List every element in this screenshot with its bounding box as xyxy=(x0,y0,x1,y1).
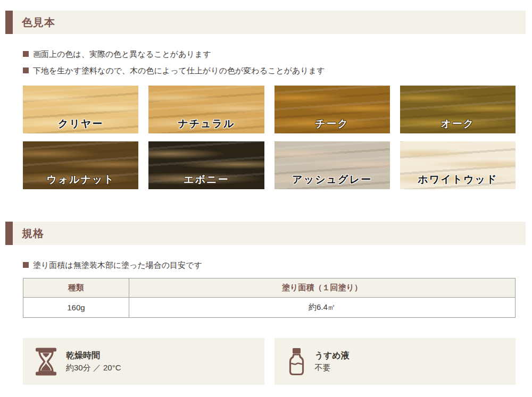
table-row: 160g 約6.4㎡ xyxy=(23,298,516,318)
swatch-label: ホワイトウッド xyxy=(400,173,516,187)
specs-table: 種類 塗り面積（１回塗り） 160g 約6.4㎡ xyxy=(23,278,516,318)
info-box-row: 乾燥時間 約30分 ／ 20°C うすめ液 不要 xyxy=(23,338,516,385)
section-accent-bar xyxy=(5,222,13,245)
color-swatch: アッシュグレー xyxy=(275,141,390,189)
note-text: 画面上の色は、実際の色と異なることがあります xyxy=(33,46,211,62)
specs-notes-list: 塗り面積は無塗装木部に塗った場合の目安です xyxy=(23,257,516,273)
color-swatch-grid: クリヤー ナチュラル チーク オーク ウォルナット エボニー ア xyxy=(23,86,516,189)
color-swatch: ホワイトウッド xyxy=(400,141,516,189)
drying-time-text: 乾燥時間 約30分 ／ 20°C xyxy=(66,350,121,373)
drying-time-box: 乾燥時間 約30分 ／ 20°C xyxy=(23,338,264,385)
section-title-specs: 規格 xyxy=(13,222,526,245)
info-box-title: うすめ液 xyxy=(315,350,350,361)
note-text: 塗り面積は無塗装木部に塗った場合の目安です xyxy=(33,257,202,273)
swatch-label: アッシュグレー xyxy=(275,173,390,187)
specs-section: 規格 塗り面積は無塗装木部に塗った場合の目安です 種類 塗り面積（１回塗り） xyxy=(0,222,532,385)
product-detail-page: 色見本 画面上の色は、実際の色と異なることがあります 下地を生かす塗料なので、木… xyxy=(0,0,532,385)
color-swatch: ナチュラル xyxy=(148,86,264,133)
info-box-value: 不要 xyxy=(315,363,350,373)
note-item: 画面上の色は、実際の色と異なることがあります xyxy=(23,46,516,62)
table-cell-type: 160g xyxy=(23,298,129,318)
swatch-label: オーク xyxy=(400,117,516,131)
note-item: 下地を生かす塗料なので、木の色によって仕上がりの色が変わることがあります xyxy=(23,62,516,79)
bottle-icon xyxy=(287,348,306,376)
color-samples-section: 色見本 画面上の色は、実際の色と異なることがあります 下地を生かす塗料なので、木… xyxy=(0,11,532,189)
section-header-color-samples: 色見本 xyxy=(5,11,526,34)
swatch-label: クリヤー xyxy=(23,117,138,131)
info-box-title: 乾燥時間 xyxy=(66,350,121,361)
swatch-label: エボニー xyxy=(148,173,264,187)
table-cell-coverage: 約6.4㎡ xyxy=(129,298,515,318)
thinner-box: うすめ液 不要 xyxy=(275,338,516,385)
specs-body: 塗り面積は無塗装木部に塗った場合の目安です 種類 塗り面積（１回塗り） 160g… xyxy=(23,257,516,385)
color-samples-body: 画面上の色は、実際の色と異なることがあります 下地を生かす塗料なので、木の色によ… xyxy=(23,46,516,189)
info-box-value: 約30分 ／ 20°C xyxy=(66,363,121,373)
note-text: 下地を生かす塗料なので、木の色によって仕上がりの色が変わることがあります xyxy=(33,62,325,79)
table-header-row: 種類 塗り面積（１回塗り） xyxy=(23,278,516,298)
table-header-coverage: 塗り面積（１回塗り） xyxy=(129,278,515,298)
color-swatch: クリヤー xyxy=(23,86,138,133)
thinner-text: うすめ液 不要 xyxy=(315,350,350,373)
section-accent-bar xyxy=(5,11,13,34)
color-swatch: ウォルナット xyxy=(23,141,138,189)
bullet-square-icon xyxy=(23,51,29,57)
bullet-square-icon xyxy=(23,67,29,73)
section-title-color-samples: 色見本 xyxy=(13,11,526,34)
color-swatch: チーク xyxy=(275,86,390,133)
color-swatch: エボニー xyxy=(148,141,264,189)
swatch-label: チーク xyxy=(275,117,390,131)
color-swatch: オーク xyxy=(400,86,516,133)
note-item: 塗り面積は無塗装木部に塗った場合の目安です xyxy=(23,257,516,273)
swatch-label: ナチュラル xyxy=(148,117,264,131)
color-notes-list: 画面上の色は、実際の色と異なることがあります 下地を生かす塗料なので、木の色によ… xyxy=(23,46,516,79)
table-header-type: 種類 xyxy=(23,278,129,298)
section-header-specs: 規格 xyxy=(5,222,526,245)
bullet-square-icon xyxy=(23,262,29,268)
swatch-label: ウォルナット xyxy=(23,173,138,187)
hourglass-icon xyxy=(35,348,57,376)
